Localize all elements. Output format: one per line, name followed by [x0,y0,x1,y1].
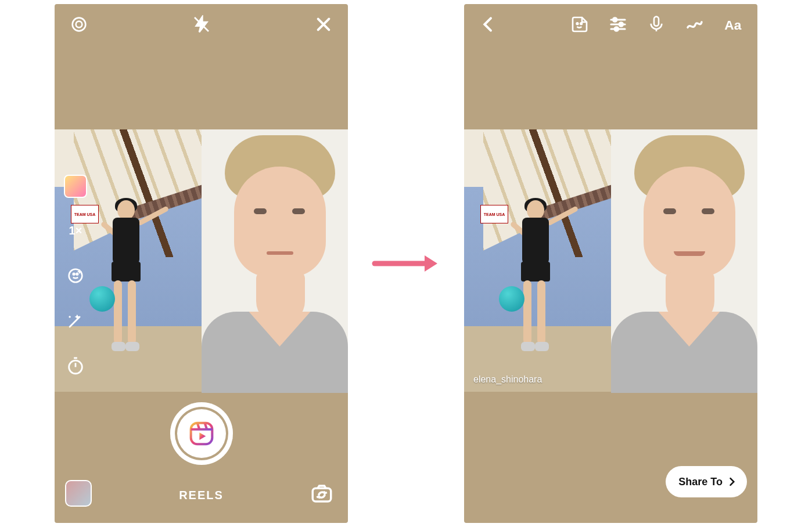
camera-top-bar [55,4,348,45]
sliders-icon[interactable] [608,14,628,35]
camera-mode-label[interactable]: REELS [179,489,224,502]
editor-top-bar: Aa [464,4,757,45]
remix-original-video: TEAM USA elena_shinohara [464,129,611,392]
flow-arrow-icon [371,252,441,275]
svg-rect-11 [312,488,331,501]
flash-off-icon[interactable] [191,14,212,35]
svg-point-19 [619,23,623,26]
svg-point-13 [577,23,579,24]
remix-user-recording [611,129,758,392]
sticker-icon[interactable] [569,14,590,35]
effects-sparkle-icon[interactable] [63,263,88,288]
svg-point-7 [76,273,78,275]
remix-video-preview: TEAM USA [55,129,348,392]
chevron-right-icon [726,476,738,488]
svg-point-8 [69,316,70,317]
magic-wand-icon[interactable] [63,308,88,334]
text-aa-icon[interactable]: Aa [723,14,743,35]
svg-text:Aa: Aa [724,17,741,33]
camera-switch-icon[interactable] [310,481,334,506]
timer-icon[interactable] [63,353,88,379]
remix-user-camera [202,129,348,392]
close-icon[interactable] [313,14,334,35]
remix-video-result[interactable]: TEAM USA elena_shinohara [464,129,757,392]
share-to-button[interactable]: Share To [666,466,747,497]
scribble-icon[interactable] [684,14,705,35]
svg-rect-10 [191,423,212,445]
audio-remix-thumbnail[interactable] [64,175,87,198]
reels-play-icon [189,421,214,446]
svg-point-14 [580,23,582,24]
speed-control[interactable]: 1× [63,218,88,243]
svg-point-18 [613,18,616,21]
record-button[interactable] [170,402,233,465]
speed-label: 1× [69,225,82,236]
reels-camera-screen: TEAM USA 1× [55,4,348,523]
svg-point-6 [73,273,75,275]
svg-point-0 [73,18,86,31]
gallery-button[interactable] [65,480,92,507]
microphone-icon[interactable] [646,14,667,35]
svg-rect-21 [654,17,659,26]
svg-point-1 [76,21,82,28]
chevron-left-icon[interactable] [478,14,499,35]
reels-side-controls: 1× [63,175,88,379]
reels-editor-screen: Aa TEAM USA elena_shinohara [464,4,757,523]
settings-icon[interactable] [69,14,89,35]
svg-point-20 [615,27,618,31]
share-to-label: Share To [678,476,723,488]
remix-credit-handle[interactable]: elena_shinohara [473,374,542,385]
